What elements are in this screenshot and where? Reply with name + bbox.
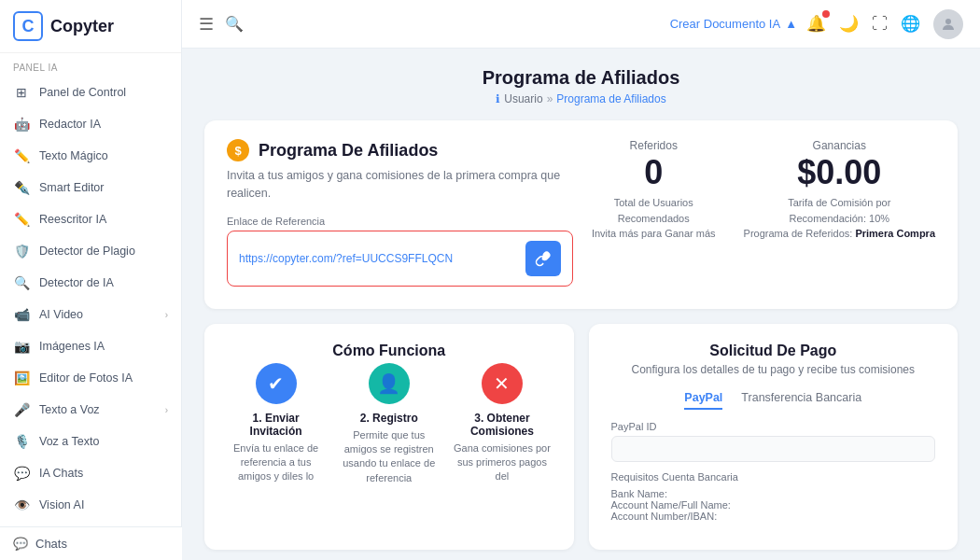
chevron-up-icon: ▲ <box>785 17 797 31</box>
step-register-desc: Permite que tus amigos se registren usan… <box>340 428 438 486</box>
logo-text: Copyter <box>50 17 114 36</box>
step-earn-title: 3. Obtener Comisiones <box>453 412 551 438</box>
sidebar-item-label: Panel de Control <box>39 86 126 99</box>
ganancias-stat: Ganancias $0.00 Tarifa de Comisión por R… <box>744 139 935 242</box>
breadcrumb-separator: » <box>547 92 553 105</box>
step-invite-title: 1. Enviar Invitación <box>227 412 325 438</box>
globe-icon[interactable]: 🌐 <box>901 14 920 34</box>
hamburger-icon[interactable]: ☰ <box>199 14 214 35</box>
sidebar-item-redactor-ia[interactable]: 🤖 Redactor IA <box>0 108 181 140</box>
mic-icon: 🎤 <box>13 401 30 418</box>
chevron-right-icon-2: › <box>165 405 168 415</box>
affiliate-stats: Referidos 0 Total de Usuarios Recomendad… <box>592 139 935 242</box>
tab-bank[interactable]: Transferencia Bancaria <box>741 391 861 410</box>
breadcrumb-home[interactable]: Usuario <box>504 92 542 105</box>
step-earn-icon: ✕ <box>482 363 523 404</box>
sidebar-item-smart-editor[interactable]: ✒️ Smart Editor <box>0 172 181 203</box>
shield-icon: 🛡️ <box>13 243 30 259</box>
bank-section: Requisitos Cuenta Bancaria Bank Name: Ac… <box>611 471 936 522</box>
sidebar-item-label: Texto Mágico <box>39 149 108 162</box>
sidebar-item-texto-voz[interactable]: 🎤 Texto a Voz › <box>0 394 181 426</box>
sidebar-item-label: Detector de IA <box>39 276 114 289</box>
sidebar-item-label: Texto a Voz <box>39 403 100 416</box>
eye-icon: 👁️ <box>13 497 30 513</box>
sidebar-item-ia-chats[interactable]: 💬 IA Chats <box>0 457 181 489</box>
tab-paypal[interactable]: PayPal <box>684 391 722 410</box>
sidebar-item-voz-texto[interactable]: 🎙️ Voz a Texto <box>0 426 181 457</box>
fullscreen-icon[interactable]: ⛶ <box>872 15 888 34</box>
bank-field-2: Account Name/Full Name: <box>611 499 936 511</box>
bottom-chat-bar[interactable]: 💬 Chats <box>0 526 182 560</box>
sidebar-item-label: Editor de Fotos IA <box>39 371 133 385</box>
moon-icon[interactable]: 🌙 <box>839 14 859 34</box>
step-invite-icon: ✔ <box>256 363 297 404</box>
affiliate-desc: Invita a tus amigos y gana comisiones de… <box>227 167 573 203</box>
sidebar-item-texto-magico[interactable]: ✏️ Texto Mágico <box>0 140 181 172</box>
step-invite: ✔ 1. Enviar Invitación Envía tu enlace d… <box>227 363 325 486</box>
logo-icon: C <box>13 11 43 41</box>
referidos-sub: Total de Usuarios Recomendados Invita má… <box>592 195 716 242</box>
info-icon: ℹ <box>496 92 500 105</box>
sidebar-item-detector-ia[interactable]: 🔍 Detector de IA <box>0 267 181 299</box>
paypal-input[interactable] <box>611 436 936 462</box>
robot-icon: 🤖 <box>13 116 30 133</box>
sidebar-item-detector-plagio[interactable]: 🛡️ Detector de Plagio <box>0 235 181 267</box>
paypal-field: PayPal ID <box>611 421 936 462</box>
sidebar-section-label: PANEL IA <box>0 53 181 77</box>
content-area: Programa de Afiliados ℹ Usuario » Progra… <box>182 49 980 560</box>
sidebar-item-label: Imágenes IA <box>39 340 105 353</box>
sidebar-item-label: Smart Editor <box>39 181 104 194</box>
affiliate-left: $ Programa De Afiliados Invita a tus ami… <box>227 139 573 290</box>
breadcrumb-current: Programa de Afiliados <box>556 92 665 105</box>
sidebar-item-label: Vision AI <box>39 498 84 511</box>
coin-icon: $ <box>227 139 249 161</box>
step-register-icon: 👤 <box>369 363 410 404</box>
payment-subtitle: Configura los detalles de tu pago y reci… <box>611 363 936 376</box>
sidebar-item-label: AI Video <box>39 308 83 321</box>
paypal-label: PayPal ID <box>611 421 936 432</box>
referidos-label: Referidos <box>592 139 716 152</box>
sidebar-item-label: IA Chats <box>39 467 83 480</box>
steps-row: ✔ 1. Enviar Invitación Envía tu enlace d… <box>227 363 552 486</box>
avatar[interactable] <box>933 9 963 39</box>
editor-icon: ✒️ <box>13 179 30 196</box>
sidebar-item-editor-fotos[interactable]: 🖼️ Editor de Fotos IA <box>0 362 181 394</box>
topbar-icons: 🔔 🌙 ⛶ 🌐 <box>806 9 963 39</box>
affiliate-title-row: $ Programa De Afiliados <box>227 139 573 161</box>
sidebar-item-vision-ai[interactable]: 👁️ Vision AI <box>0 489 181 521</box>
logo-area: C Copyter <box>0 0 181 53</box>
video-icon: 📹 <box>13 306 30 323</box>
search-icon[interactable]: 🔍 <box>225 15 244 33</box>
ganancias-label: Ganancias <box>744 139 935 152</box>
payment-card: Solicitud De Pago Configura los detalles… <box>589 324 959 550</box>
photo-icon: 🖼️ <box>13 370 30 386</box>
step-invite-desc: Envía tu enlace de referencia a tus amig… <box>227 441 325 484</box>
affiliate-top: $ Programa De Afiliados Invita a tus ami… <box>227 139 935 290</box>
sidebar-item-ai-video[interactable]: 📹 AI Video › <box>0 299 181 330</box>
rewrite-icon: ✏️ <box>13 211 30 228</box>
bank-label: Requisitos Cuenta Bancaria <box>611 471 936 483</box>
notification-icon[interactable]: 🔔 <box>806 14 826 34</box>
page-title-area: Programa de Afiliados ℹ Usuario » Progra… <box>204 67 958 105</box>
chat-bubble-icon: 💬 <box>13 537 28 551</box>
sidebar-item-label: Detector de Plagio <box>39 245 135 258</box>
payment-tabs: PayPal Transferencia Bancaria <box>611 391 936 410</box>
how-title: Cómo Funciona <box>227 343 552 359</box>
referidos-value: 0 <box>592 156 716 189</box>
main-wrapper: ☰ 🔍 Crear Documento IA ▲ 🔔 🌙 ⛶ 🌐 Program… <box>182 0 980 560</box>
sidebar: C Copyter PANEL IA ⊞ Panel de Control 🤖 … <box>0 0 182 560</box>
affiliate-title: Programa De Afiliados <box>259 141 438 161</box>
breadcrumb: ℹ Usuario » Programa de Afiliados <box>204 92 958 105</box>
create-doc-button[interactable]: Crear Documento IA ▲ <box>670 17 797 31</box>
sidebar-item-imagenes-ia[interactable]: 📷 Imágenes IA <box>0 330 181 362</box>
sidebar-item-reescritor[interactable]: ✏️ Reescritor IA <box>0 203 181 235</box>
sidebar-item-label: Reescritor IA <box>39 213 106 226</box>
chat-label: Chats <box>35 537 67 551</box>
how-card: Cómo Funciona ✔ 1. Enviar Invitación Env… <box>204 324 574 550</box>
payment-title: Solicitud De Pago <box>611 343 936 359</box>
ref-link-box: https://copyter.com/?ref=UUCCS9FFLQCN <box>227 231 573 287</box>
copy-link-button[interactable] <box>525 241 561 276</box>
sidebar-item-label: Redactor IA <box>39 118 101 131</box>
step-register-title: 2. Registro <box>340 412 438 425</box>
sidebar-item-panel-control[interactable]: ⊞ Panel de Control <box>0 77 181 108</box>
